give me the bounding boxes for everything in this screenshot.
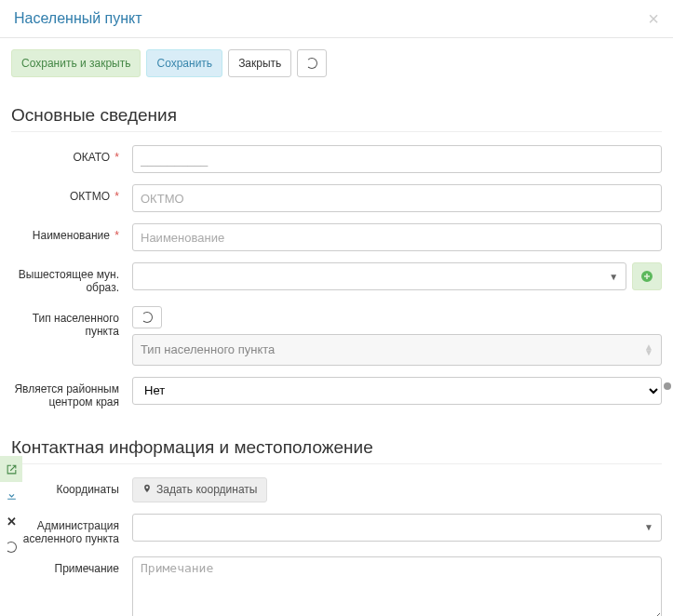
external-link-icon	[6, 463, 18, 475]
save-close-button[interactable]: Сохранить и закрыть	[11, 49, 141, 77]
chevron-down-icon: ▼	[644, 522, 653, 532]
label-administration: Администрация населенного пункта	[11, 514, 132, 546]
add-parent-button[interactable]	[632, 262, 662, 290]
map-pin-icon	[142, 483, 152, 497]
chevron-down-icon: ▼	[609, 272, 618, 282]
refresh-icon	[141, 312, 153, 323]
scrollbar-thumb[interactable]	[664, 382, 671, 390]
close-icon[interactable]: ×	[648, 9, 659, 28]
refresh-icon	[306, 58, 317, 69]
download-icon	[6, 489, 18, 502]
parent-mo-select[interactable]: ▼	[132, 262, 626, 290]
save-button[interactable]: Сохранить	[146, 49, 222, 77]
district-center-select[interactable]: Нет	[132, 377, 662, 405]
plus-circle-icon	[641, 271, 653, 282]
refresh-button[interactable]	[297, 49, 327, 77]
gutter-download-button[interactable]	[0, 482, 22, 508]
close-button[interactable]: Закрыть	[228, 49, 291, 77]
note-textarea[interactable]	[132, 556, 662, 616]
label-oktmo: ОКТМО *	[11, 184, 132, 203]
label-parent-mo: Вышестоящее мун. образ.	[11, 262, 132, 295]
set-coords-button[interactable]: Задать координаты	[132, 477, 267, 502]
administration-select[interactable]: ▼	[132, 514, 662, 542]
name-input[interactable]	[132, 223, 662, 251]
label-note: Примечание	[11, 556, 132, 575]
x-icon: ✕	[7, 515, 17, 529]
modal-title: Населенный пункт	[14, 10, 142, 27]
label-np-type: Тип населенного пункта	[11, 306, 132, 339]
gutter-close-button[interactable]: ✕	[0, 508, 22, 534]
label-coords: Координаты	[11, 477, 132, 496]
oktmo-input[interactable]	[132, 184, 662, 212]
okato-input[interactable]	[132, 145, 662, 173]
gutter-refresh-button[interactable]	[0, 534, 22, 560]
refresh-type-button[interactable]	[132, 306, 162, 328]
np-type-placeholder[interactable]: Тип населенного пункта ▲▼	[132, 334, 662, 366]
label-okato: ОКАТО *	[11, 145, 132, 164]
gutter-export-button[interactable]	[0, 456, 22, 482]
label-name: Наименование *	[11, 223, 132, 242]
label-district-center: Является районным центром края	[11, 377, 132, 409]
refresh-icon	[6, 542, 17, 553]
sort-arrows-icon: ▲▼	[644, 344, 653, 355]
section-basic-legend: Основные сведения	[11, 105, 662, 132]
section-contact-legend: Контактная информация и местоположение	[11, 437, 662, 464]
